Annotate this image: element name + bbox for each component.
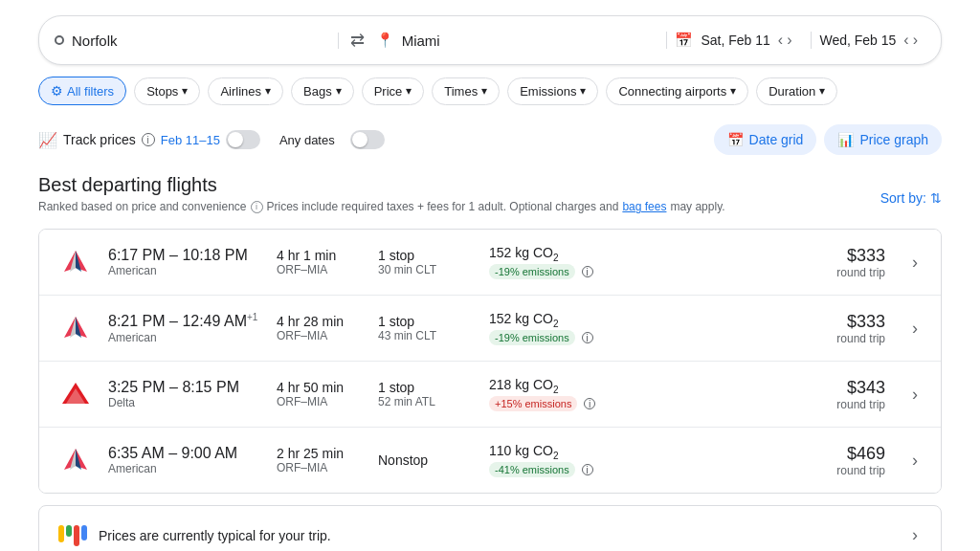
flight-price-value: $333 bbox=[809, 312, 885, 332]
duration-chevron-icon: ▾ bbox=[819, 84, 825, 98]
expand-flight-button[interactable]: › bbox=[908, 447, 922, 474]
flight-airline: American bbox=[108, 331, 261, 344]
any-dates-toggle-knob bbox=[352, 132, 368, 147]
airlines-chevron-icon: ▾ bbox=[265, 84, 271, 98]
flight-row[interactable]: 3:25 PM – 8:15 PM Delta 4 hr 50 min ORF–… bbox=[39, 362, 941, 428]
any-dates-label: Any dates bbox=[279, 133, 335, 147]
airline-logo bbox=[58, 245, 93, 279]
expand-typical-button[interactable]: › bbox=[908, 521, 922, 549]
sort-icon: ⇅ bbox=[930, 190, 942, 206]
emissions-info-icon[interactable]: i bbox=[582, 266, 593, 277]
times-chevron-icon: ▾ bbox=[481, 84, 487, 98]
calendar-icon: 📅 bbox=[675, 32, 693, 49]
flight-time: 8:21 PM – 12:49 AM+1 bbox=[108, 312, 261, 330]
flight-trip-type: round trip bbox=[809, 332, 885, 345]
track-prices-info-icon[interactable]: i bbox=[142, 133, 155, 146]
emissions-info-icon[interactable]: i bbox=[582, 332, 593, 343]
flight-price-value: $333 bbox=[809, 246, 885, 266]
flight-duration: 2 hr 25 min ORF–MIA bbox=[277, 446, 363, 474]
emissions-badge: -19% emissions bbox=[489, 330, 575, 345]
price-graph-button[interactable]: 📊 Price graph bbox=[824, 124, 942, 155]
flight-times: 3:25 PM – 8:15 PM Delta bbox=[108, 379, 261, 409]
flight-row[interactable]: 8:21 PM – 12:49 AM+1 American 4 hr 28 mi… bbox=[39, 296, 941, 362]
price-filter-button[interactable]: Price ▾ bbox=[362, 77, 425, 105]
return-next-button[interactable]: › bbox=[913, 32, 918, 49]
depart-next-button[interactable]: › bbox=[787, 32, 791, 49]
results-title: Best departing flights bbox=[38, 174, 725, 196]
track-prices-toggle[interactable] bbox=[226, 130, 260, 149]
flight-times: 6:35 AM – 9:00 AM American bbox=[108, 445, 261, 475]
search-bar: Norfolk ⇄ 📍 Miami 📅 Sat, Feb 11 ‹ › Wed,… bbox=[38, 15, 942, 65]
flight-stops: 1 stop 43 min CLT bbox=[378, 314, 474, 342]
results-info-icon[interactable]: i bbox=[251, 201, 263, 213]
airline-logo bbox=[58, 377, 93, 411]
price-graph-icon: 📊 bbox=[837, 132, 854, 147]
any-dates-toggle[interactable] bbox=[350, 130, 385, 149]
flight-price-value: $469 bbox=[809, 444, 885, 464]
date-grid-icon: 📅 bbox=[727, 132, 744, 147]
emissions-filter-button[interactable]: Emissions ▾ bbox=[507, 77, 598, 105]
flight-trip-type: round trip bbox=[809, 464, 885, 477]
flight-list: 6:17 PM – 10:18 PM American 4 hr 1 min O… bbox=[38, 229, 942, 494]
flight-row[interactable]: 6:35 AM – 9:00 AM American 2 hr 25 min O… bbox=[39, 428, 941, 493]
return-date-nav: ‹ › bbox=[903, 32, 918, 49]
bags-filter-button[interactable]: Bags ▾ bbox=[291, 77, 354, 105]
emissions-info-icon[interactable]: i bbox=[584, 398, 595, 409]
expand-flight-button[interactable]: › bbox=[908, 315, 922, 342]
emissions-badge: -19% emissions bbox=[489, 264, 575, 279]
flight-stop-detail: 43 min CLT bbox=[378, 329, 474, 342]
flight-stop-detail: 52 min ATL bbox=[378, 395, 474, 408]
swap-button[interactable]: ⇄ bbox=[346, 26, 368, 55]
return-prev-button[interactable]: ‹ bbox=[903, 32, 908, 49]
flight-emissions: 110 kg CO2 -41% emissions i bbox=[489, 443, 613, 477]
date-grid-button[interactable]: 📅 Date grid bbox=[714, 124, 817, 155]
sort-button[interactable]: Sort by: ⇅ bbox=[880, 190, 942, 206]
emissions-chevron-icon: ▾ bbox=[580, 84, 586, 98]
stops-filter-button[interactable]: Stops ▾ bbox=[134, 77, 200, 105]
expand-icon: › bbox=[912, 319, 918, 338]
flight-route: ORF–MIA bbox=[277, 461, 363, 474]
flight-row[interactable]: 6:17 PM – 10:18 PM American 4 hr 1 min O… bbox=[39, 230, 941, 296]
duration-filter-button[interactable]: Duration ▾ bbox=[756, 77, 837, 105]
connecting-filter-button[interactable]: Connecting airports ▾ bbox=[606, 77, 748, 105]
all-filters-button[interactable]: ⚙ All filters bbox=[38, 77, 126, 105]
flight-price: $469 round trip bbox=[809, 444, 885, 477]
results-header: Best departing flights Ranked based on p… bbox=[38, 174, 725, 213]
expand-icon: › bbox=[912, 385, 918, 404]
expand-flight-button[interactable]: › bbox=[908, 249, 922, 276]
flight-co2: 152 kg CO2 bbox=[489, 311, 613, 329]
depart-date-field[interactable]: 📅 Sat, Feb 11 ‹ › bbox=[666, 32, 799, 49]
flight-route: ORF–MIA bbox=[277, 395, 363, 408]
destination-field[interactable]: 📍 Miami bbox=[376, 32, 659, 49]
origin-field[interactable]: Norfolk bbox=[55, 33, 339, 49]
date-fields: 📅 Sat, Feb 11 ‹ › Wed, Feb 15 ‹ › bbox=[666, 32, 925, 49]
flight-time: 6:17 PM – 10:18 PM bbox=[108, 247, 261, 264]
flight-price: $343 round trip bbox=[809, 378, 885, 411]
flight-emissions: 218 kg CO2 +15% emissions i bbox=[489, 377, 613, 411]
flight-duration: 4 hr 50 min ORF–MIA bbox=[277, 380, 363, 408]
results-subtitle: Ranked based on price and convenience i … bbox=[38, 200, 725, 213]
filter-bar: ⚙ All filters Stops ▾ Airlines ▾ Bags ▾ … bbox=[38, 77, 942, 105]
typical-prices-text: Prices are currently typical for your tr… bbox=[99, 528, 331, 543]
flight-stop-count: Nonstop bbox=[378, 452, 474, 468]
typical-prices-card[interactable]: Prices are currently typical for your tr… bbox=[38, 505, 942, 551]
depart-prev-button[interactable]: ‹ bbox=[778, 32, 783, 49]
times-filter-button[interactable]: Times ▾ bbox=[432, 77, 500, 105]
flight-route: ORF–MIA bbox=[277, 263, 363, 276]
flight-duration: 4 hr 1 min ORF–MIA bbox=[277, 248, 363, 276]
airlines-filter-button[interactable]: Airlines ▾ bbox=[208, 77, 283, 105]
view-controls: 📅 Date grid 📊 Price graph bbox=[714, 124, 942, 155]
return-date-field[interactable]: Wed, Feb 15 ‹ › bbox=[811, 32, 925, 49]
emissions-info-icon[interactable]: i bbox=[582, 464, 593, 475]
airline-logo bbox=[58, 311, 93, 345]
airline-logo bbox=[58, 443, 93, 477]
flight-dur: 4 hr 50 min bbox=[277, 380, 363, 395]
bag-fees-link[interactable]: bag fees bbox=[622, 200, 666, 213]
expand-flight-button[interactable]: › bbox=[908, 381, 922, 408]
stops-chevron-icon: ▾ bbox=[182, 84, 188, 98]
flight-co2: 110 kg CO2 bbox=[489, 443, 613, 461]
expand-icon: › bbox=[912, 451, 918, 470]
origin-value: Norfolk bbox=[72, 33, 118, 49]
filter-sliders-icon: ⚙ bbox=[51, 83, 63, 99]
track-prices-section: 📈 Track prices i Feb 11–15 bbox=[38, 130, 260, 149]
